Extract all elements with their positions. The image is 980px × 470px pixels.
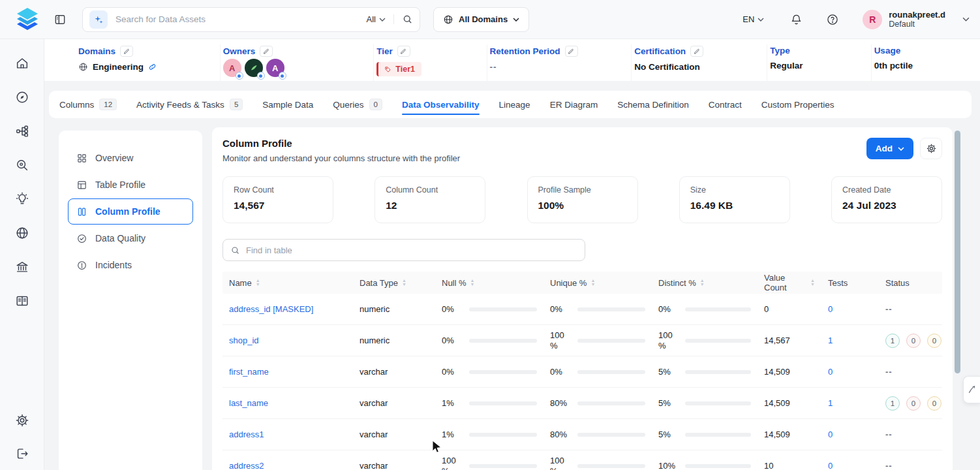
unique-percent-cell: 100 % — [544, 326, 652, 355]
column-name-link[interactable]: address1 — [229, 430, 264, 439]
entity-field-label[interactable]: Type — [770, 46, 790, 55]
tests-count-link[interactable]: 0 — [828, 367, 833, 377]
column-name-link[interactable]: address_id [MASKED] — [229, 304, 313, 314]
vertical-scrollbar[interactable] — [955, 131, 960, 373]
sort-icon[interactable]: ▲▼ — [810, 279, 815, 287]
profiler-nav-overview[interactable]: Overview — [68, 145, 193, 171]
stat-value: 24 Jul 2023 — [842, 200, 931, 212]
column-name-link[interactable]: first_name — [229, 367, 269, 377]
owner-avatar[interactable]: A — [266, 59, 284, 77]
column-header-distinct-[interactable]: Distinct %▲▼ — [652, 278, 758, 288]
tab-lineage[interactable]: Lineage — [499, 91, 530, 118]
search-placeholder[interactable]: Search for Data Assets — [115, 14, 367, 24]
column-header-name[interactable]: Name▲▼ — [222, 278, 353, 288]
edit-button[interactable] — [120, 46, 133, 57]
sort-icon[interactable]: ▲▼ — [402, 279, 406, 287]
tests-count-link[interactable]: 0 — [828, 461, 833, 470]
sidebar-item-glossary[interactable] — [15, 294, 29, 308]
link-icon[interactable] — [148, 63, 157, 71]
sidebar-item-settings[interactable] — [15, 413, 29, 428]
search-icon[interactable] — [402, 14, 413, 25]
notifications-bell-icon[interactable] — [790, 13, 803, 26]
sidebar-item-govern[interactable] — [15, 260, 29, 274]
tab-custom-properties[interactable]: Custom Properties — [761, 91, 835, 118]
entity-field-label[interactable]: Retention Period — [490, 46, 560, 56]
find-in-table-input[interactable]: Find in table — [222, 239, 585, 261]
tier-tag[interactable]: Tier1 — [376, 62, 421, 76]
entity-field-label[interactable]: Usage — [874, 46, 901, 55]
sidebar-item-domains[interactable] — [15, 226, 29, 240]
profiler-nav-incidents[interactable]: Incidents — [68, 252, 193, 278]
column-header-null-[interactable]: Null %▲▼ — [435, 278, 544, 288]
entity-field-label[interactable]: Domains — [78, 46, 115, 56]
sidebar-item-observability[interactable] — [15, 158, 29, 172]
column-header-label: Unique % — [550, 278, 587, 288]
tests-count-link[interactable]: 0 — [828, 430, 833, 439]
entity-field-label[interactable]: Tier — [376, 46, 393, 56]
edit-button[interactable] — [565, 46, 578, 57]
tab-data-observability[interactable]: Data Observability — [402, 91, 480, 118]
entity-field-label[interactable]: Certification — [634, 46, 686, 56]
help-icon[interactable] — [826, 13, 839, 26]
entity-field-domains: DomainsEngineering — [76, 44, 221, 81]
all-domains-dropdown[interactable]: All Domains — [433, 7, 529, 32]
profiler-nav-table-profile[interactable]: Table Profile — [68, 172, 193, 198]
edit-button[interactable] — [260, 46, 273, 57]
entity-field-label[interactable]: Owners — [223, 46, 256, 56]
tab-queries[interactable]: Queries0 — [333, 91, 382, 118]
column-header-unique-[interactable]: Unique %▲▼ — [544, 278, 652, 288]
domain-value[interactable]: Engineering — [78, 62, 213, 72]
column-name-link[interactable]: last_name — [229, 398, 268, 408]
tab-label: ER Diagram — [550, 100, 598, 110]
tab-schema-definition[interactable]: Schema Definition — [617, 91, 689, 118]
ai-sparkle-icon[interactable] — [89, 10, 108, 29]
column-header-value-count[interactable]: Value Count▲▼ — [758, 273, 821, 292]
user-menu[interactable]: rounakpreet.d Default — [889, 10, 945, 29]
sidebar-item-logout[interactable] — [15, 446, 29, 461]
tests-count-link[interactable]: 0 — [828, 304, 833, 314]
search-scope-dropdown[interactable]: All — [367, 14, 394, 24]
profiler-nav-column-profile[interactable]: Column Profile — [68, 198, 193, 225]
global-search-bar[interactable]: Search for Data Assets All — [82, 7, 420, 32]
chevron-down-icon — [898, 147, 904, 151]
tab-activity-feeds-tasks[interactable]: Activity Feeds & Tasks5 — [136, 91, 243, 118]
sort-icon[interactable]: ▲▼ — [590, 279, 595, 287]
tab-er-diagram[interactable]: ER Diagram — [550, 91, 598, 118]
sidebar-toggle-icon[interactable] — [54, 13, 67, 26]
owner-avatar[interactable]: A — [223, 59, 241, 77]
percent-bar-track — [469, 307, 537, 311]
column-name-link[interactable]: shop_id — [229, 336, 259, 345]
owner-avatar[interactable] — [245, 59, 263, 77]
sidebar-item-explore[interactable] — [15, 90, 29, 104]
owners-avatars[interactable]: AA — [223, 59, 367, 77]
data-type-cell: varchar — [353, 394, 435, 412]
column-name-link[interactable]: address2 — [229, 461, 264, 470]
sort-icon[interactable]: ▲▼ — [256, 279, 260, 287]
edit-button[interactable] — [397, 46, 410, 57]
floating-edit-widget[interactable] — [963, 376, 980, 403]
profiler-nav-data-quality[interactable]: Data Quality — [68, 225, 193, 251]
chevron-down-icon[interactable] — [962, 17, 970, 22]
add-button[interactable]: Add — [866, 138, 913, 159]
tests-count-link[interactable]: 1 — [828, 398, 833, 408]
edit-button[interactable] — [690, 46, 703, 57]
user-avatar[interactable]: R — [863, 10, 882, 29]
tab-columns[interactable]: Columns12 — [59, 91, 117, 118]
sidebar-item-home[interactable] — [15, 56, 29, 70]
tab-sample-data[interactable]: Sample Data — [262, 91, 313, 118]
tests-count-link[interactable]: 1 — [828, 336, 833, 345]
glossary-icon — [15, 294, 29, 308]
column-header-data-type[interactable]: Data Type▲▼ — [353, 278, 435, 288]
sidebar-item-lineage[interactable] — [15, 124, 29, 138]
sort-icon[interactable]: ▲▼ — [700, 279, 705, 287]
stat-card-created-date: Created Date24 Jul 2023 — [831, 176, 942, 223]
language-selector[interactable]: EN — [743, 14, 764, 24]
status-cell: -- — [879, 457, 942, 470]
app-logo-icon[interactable] — [13, 7, 42, 33]
tab-contract[interactable]: Contract — [709, 91, 742, 118]
sort-icon[interactable]: ▲▼ — [470, 279, 475, 287]
profiler-settings-button[interactable] — [920, 138, 942, 159]
unique-percent-cell: 80% — [544, 394, 652, 413]
column-header-status: Status — [879, 278, 942, 288]
sidebar-item-insights[interactable] — [15, 192, 29, 206]
